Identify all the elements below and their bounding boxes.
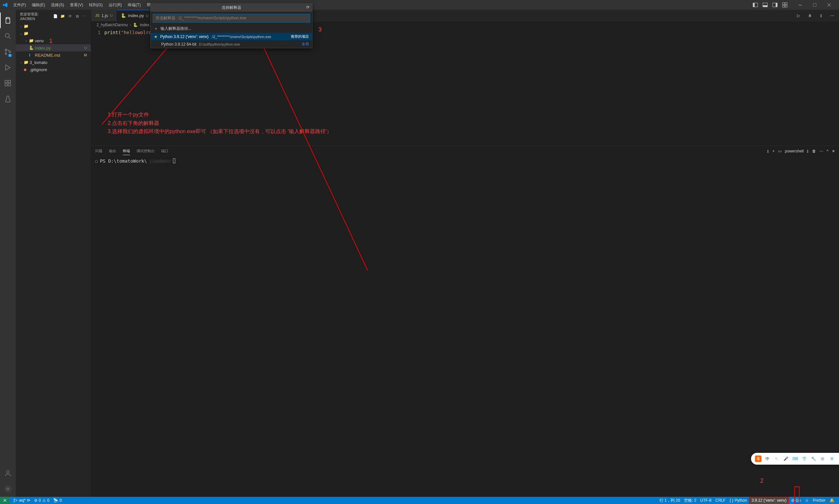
ime-punct-icon[interactable]: •, — [773, 455, 780, 462]
menu-select[interactable]: 选择(S) — [48, 1, 67, 9]
explorer-sidebar: 资源管理器: JIAOBEN 📄 📁 ⟳ ⊟ ⋯ ›📁 ⌄📁 ›📁venv 🐍i… — [16, 10, 91, 497]
activity-debug-icon[interactable] — [0, 60, 16, 75]
layout-secondary-sidebar-icon[interactable] — [771, 1, 779, 9]
tree-folder-venv[interactable]: ›📁venv — [16, 37, 91, 44]
terminal-prompt: PS D:\tomatoWork\ — [100, 158, 147, 164]
svg-point-23 — [14, 501, 15, 502]
tab-label: index.py — [128, 13, 144, 18]
ime-grid-icon[interactable]: ⊞ — [819, 455, 826, 462]
terminal-more-icon[interactable]: ⋯ — [819, 149, 823, 154]
editor-more-icon[interactable]: ⋯ — [828, 11, 836, 20]
collapse-icon[interactable]: ⊟ — [74, 14, 80, 18]
ime-toolbar[interactable]: S 中 •, 🎤 ⌨ 👕 🔧 ⊞ ⚙ — [751, 453, 839, 465]
close-icon[interactable] — [822, 0, 836, 10]
panel-tab-problems[interactable]: 问题 — [95, 147, 102, 155]
svg-rect-8 — [783, 5, 785, 7]
new-file-icon[interactable]: 📄 — [53, 14, 58, 18]
layout-primary-sidebar-icon[interactable] — [751, 1, 759, 9]
tree-folder[interactable]: ›📁 — [16, 23, 91, 30]
svg-point-22 — [14, 499, 15, 500]
code-line[interactable]: print("hellowolrd") — [104, 30, 157, 35]
svg-point-12 — [5, 33, 9, 37]
ime-keyboard-icon[interactable]: ⌨ — [792, 455, 798, 462]
ime-lang[interactable]: 中 — [764, 455, 771, 462]
scm-badge: 5 — [8, 54, 12, 57]
quickpick-item-venv[interactable]: ★ Python 3.9.12 ('venv': venv) .\2_*****… — [151, 33, 312, 40]
minimize-icon[interactable] — [793, 0, 807, 10]
breadcrumb-segment[interactable]: 2_hyBatchDanmu — [97, 23, 128, 27]
layout-panel-icon[interactable] — [761, 1, 769, 9]
status-bar: wq* ⟳ ⊘0 ⚠0 📡0 行 1，列 20 空格: 2 UTF-8 CRLF… — [0, 497, 839, 504]
python-file-icon: 🐍 — [133, 23, 138, 27]
tree-file-index-py[interactable]: 🐍index.pyU — [16, 44, 91, 52]
terminal-split-icon[interactable]: ⫿ — [767, 149, 769, 154]
svg-rect-18 — [8, 84, 11, 86]
run-file-icon[interactable]: ▷ — [794, 11, 803, 20]
terminal-shell-label[interactable]: powershell — [785, 149, 804, 154]
status-eol[interactable]: CRLF — [713, 498, 727, 503]
menu-file[interactable]: 文件(F) — [11, 1, 29, 9]
terminal-shell-icon: ▭ — [778, 149, 782, 154]
quickpick-item-global[interactable]: Python 3.9.12 64-bit D:\soft\python\pyth… — [151, 40, 312, 48]
new-folder-icon[interactable]: 📁 — [60, 14, 65, 18]
debug-config-icon[interactable]: ⋔ — [806, 11, 814, 20]
tree-file-readme[interactable]: ℹREADME.mdM — [16, 52, 91, 59]
ime-sogou-icon[interactable]: S — [755, 455, 761, 462]
reload-icon[interactable]: ⟳ — [306, 5, 310, 10]
status-ports[interactable]: 📡0 — [51, 498, 64, 503]
activity-search-icon[interactable] — [0, 28, 16, 44]
panel-tab-debug[interactable]: 调试控制台 — [137, 147, 155, 155]
status-language[interactable]: { }Python — [728, 498, 749, 503]
status-remote-icon[interactable] — [0, 497, 10, 504]
svg-rect-19 — [8, 80, 11, 83]
panel-close-icon[interactable]: ✕ — [832, 149, 835, 154]
tree-folder[interactable]: ⌄📁 — [16, 30, 91, 37]
status-problems[interactable]: ⊘0 ⚠0 — [32, 498, 51, 503]
terminal-new-icon[interactable]: + — [772, 149, 775, 154]
terminal-cursor — [173, 158, 175, 163]
quickpick-enter-path[interactable]: ＋ 输入解释器路径... — [151, 24, 312, 33]
svg-rect-3 — [763, 5, 768, 7]
panel-tab-terminal[interactable]: 终端 — [123, 147, 130, 155]
terminal-content[interactable]: ○ PS D:\tomatoWork\jiaoben> — [91, 157, 839, 306]
activity-extensions-icon[interactable] — [0, 75, 16, 91]
activity-testing-icon[interactable] — [0, 91, 16, 107]
activity-account-icon[interactable] — [0, 465, 16, 481]
refresh-icon[interactable]: ⟳ — [67, 14, 72, 18]
layout-customize-icon[interactable] — [781, 1, 789, 9]
activity-scm-icon[interactable]: 5 — [0, 44, 16, 60]
status-encoding[interactable]: UTF-8 — [698, 498, 713, 503]
terminal-kill-icon[interactable]: 🗑 — [812, 149, 816, 154]
ime-voice-icon[interactable]: 🎤 — [783, 455, 789, 462]
tab-1js[interactable]: JS 1.js U — [91, 10, 117, 21]
activity-settings-icon[interactable] — [0, 481, 16, 497]
tree-folder-tomato[interactable]: ›📁3_tomato — [16, 59, 91, 66]
ime-skin-icon[interactable]: 👕 — [801, 455, 807, 462]
panel-tab-output[interactable]: 输出 — [109, 147, 116, 155]
menu-run[interactable]: 运行(R) — [106, 1, 125, 9]
more-icon[interactable]: ⋯ — [82, 14, 87, 18]
menu-edit[interactable]: 编辑(E) — [29, 1, 48, 9]
window-controls — [793, 0, 836, 10]
tree-file-gitignore[interactable]: ◆.gitignore — [16, 66, 91, 73]
menu-goto[interactable]: 转到(G) — [86, 1, 105, 9]
activity-explorer-icon[interactable] — [0, 13, 16, 28]
panel-maximize-icon[interactable]: ^ — [826, 149, 828, 154]
python-file-icon: 🐍 — [121, 13, 126, 18]
maximize-icon[interactable] — [807, 0, 822, 10]
quickpick-input[interactable]: 所选解释器: .\2_*********mu\venv\Scripts\pyth… — [153, 14, 310, 23]
panel-tab-ports[interactable]: 端口 — [161, 147, 168, 155]
terminal-split-right-icon[interactable]: ⫿ — [807, 149, 809, 154]
status-indent[interactable]: 空格: 2 — [682, 498, 698, 503]
status-branch[interactable]: wq* ⟳ — [11, 498, 32, 503]
status-cursor-pos[interactable]: 行 1，列 20 — [657, 498, 682, 503]
ime-tool-icon[interactable]: 🔧 — [810, 455, 817, 462]
tab-label: 1.js — [101, 13, 108, 18]
svg-rect-5 — [776, 3, 777, 7]
status-interpreter[interactable]: 3.9.12 ('venv': venv) — [749, 497, 789, 504]
split-editor-icon[interactable]: ⫿ — [817, 11, 825, 20]
ime-setting-icon[interactable]: ⚙ — [828, 455, 835, 462]
menu-terminal[interactable]: 终端(T) — [125, 1, 143, 9]
menu-view[interactable]: 查看(V) — [67, 1, 86, 9]
interpreter-quickpick: 选择解释器 ⟳ 所选解释器: .\2_*********mu\venv\Scri… — [150, 3, 312, 48]
